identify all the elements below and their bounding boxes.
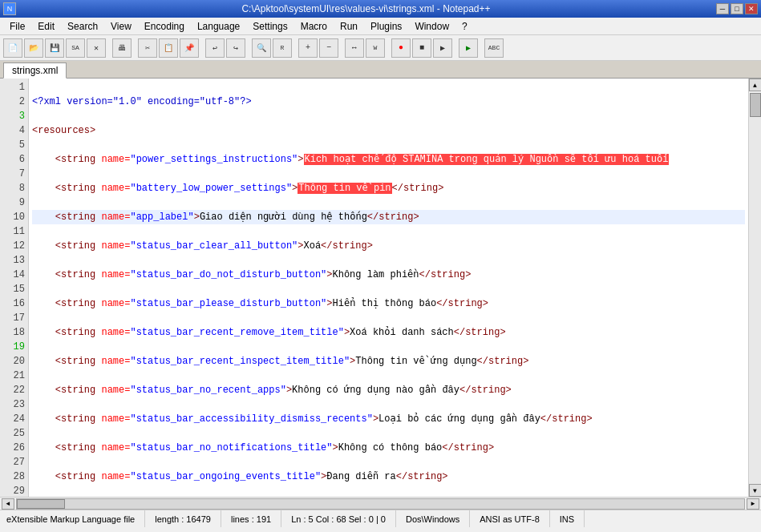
vertical-scrollbar[interactable]: ▲ ▼ xyxy=(748,79,761,497)
menu-help[interactable]: ? xyxy=(455,19,474,34)
code-line-2: <resources> xyxy=(32,123,745,138)
code-editor[interactable]: <?xml version="1.0" encoding="utf-8"?> <… xyxy=(29,79,748,497)
menu-view[interactable]: View xyxy=(104,19,138,34)
paste-button[interactable]: 📌 xyxy=(180,38,199,58)
code-line-5: <string name="app_label">Giao diện người… xyxy=(32,210,745,224)
toolbar: 📄 📂 💾 SA ✕ 🖶 ✂ 📋 📌 ↩ ↪ 🔍 R + − ⟷ W ● ■ ▶… xyxy=(0,35,761,61)
line-num: 4 xyxy=(3,123,25,138)
line-num: 19 xyxy=(3,340,25,354)
status-doswindows: Dos\Windows xyxy=(396,510,470,527)
line-num: 20 xyxy=(3,354,25,369)
menu-file[interactable]: File xyxy=(3,19,31,34)
menu-window[interactable]: Window xyxy=(408,19,455,34)
code-line-11: <string name="status_bar_no_recent_apps"… xyxy=(32,383,745,397)
window-title: C:\Apktool\systemUI\res\values-vi\string… xyxy=(16,3,716,14)
menu-run[interactable]: Run xyxy=(334,19,364,34)
line-num: 28 xyxy=(3,470,25,484)
close-button2[interactable]: ✕ xyxy=(87,38,106,58)
scroll-left-arrow[interactable]: ◄ xyxy=(2,498,14,510)
line-num: 21 xyxy=(3,369,25,383)
line-numbers: 1 2 3 4 5 6 7 8 9 10 11 12 13 14 15 16 1… xyxy=(0,79,29,497)
zoom-out-button[interactable]: − xyxy=(319,38,338,58)
line-num: 10 xyxy=(3,210,25,224)
run-button[interactable]: ▶ xyxy=(459,38,478,58)
code-line-14: <string name="status_bar_ongoing_events_… xyxy=(32,470,745,484)
scroll-track-horizontal xyxy=(16,498,745,510)
line-num: 27 xyxy=(3,455,25,470)
zoom-in-button[interactable]: + xyxy=(298,38,318,58)
menu-bar: File Edit Search View Encoding Language … xyxy=(0,18,761,35)
line-num: 2 xyxy=(3,95,25,109)
copy-button[interactable]: 📋 xyxy=(159,38,178,58)
tab-strings-xml[interactable]: strings.xml xyxy=(3,62,67,79)
print-button[interactable]: 🖶 xyxy=(112,38,132,58)
redo-button[interactable]: ↪ xyxy=(226,38,245,58)
line-num: 15 xyxy=(3,282,25,296)
line-num: 23 xyxy=(3,397,25,412)
menu-edit[interactable]: Edit xyxy=(31,19,61,34)
status-bar: eXtensible Markup Language file length :… xyxy=(0,510,761,527)
code-line-12: <string name="status_bar_accessibility_d… xyxy=(32,412,745,426)
macro-play-button[interactable]: ▶ xyxy=(433,38,452,58)
tab-bar: strings.xml xyxy=(0,61,761,79)
wrap-button[interactable]: W xyxy=(366,38,385,58)
line-num: 26 xyxy=(3,441,25,455)
status-mode: INS xyxy=(550,510,585,527)
status-length: length : 16479 xyxy=(145,510,221,527)
replace-button[interactable]: R xyxy=(273,38,292,58)
scroll-thumb-vertical[interactable] xyxy=(750,93,761,117)
maximize-button[interactable]: □ xyxy=(731,3,743,14)
line-num: 25 xyxy=(3,426,25,441)
status-filetype: eXtensible Markup Language file xyxy=(6,510,145,527)
undo-button[interactable]: ↩ xyxy=(205,38,225,58)
save-button[interactable]: 💾 xyxy=(45,38,64,58)
line-num: 11 xyxy=(3,224,25,239)
menu-language[interactable]: Language xyxy=(191,19,246,34)
code-line-10: <string name="status_bar_recent_inspect_… xyxy=(32,354,745,369)
find-button[interactable]: 🔍 xyxy=(252,38,271,58)
code-line-7: <string name="status_bar_do_not_disturb_… xyxy=(32,268,745,282)
scroll-down-arrow[interactable]: ▼ xyxy=(749,484,762,497)
line-num: 5 xyxy=(3,138,25,152)
status-position: Ln : 5 Col : 68 Sel : 0 | 0 xyxy=(281,510,396,527)
line-num: 8 xyxy=(3,181,25,195)
code-line-9: <string name="status_bar_recent_remove_i… xyxy=(32,325,745,340)
line-num: 6 xyxy=(3,152,25,167)
line-num: 7 xyxy=(3,167,25,181)
macro-rec-button[interactable]: ● xyxy=(391,38,411,58)
line-num: 16 xyxy=(3,296,25,311)
menu-macro[interactable]: Macro xyxy=(294,19,334,34)
code-line-13: <string name="status_bar_no_notification… xyxy=(32,441,745,455)
line-num: 17 xyxy=(3,311,25,325)
line-num: 22 xyxy=(3,383,25,397)
menu-search[interactable]: Search xyxy=(61,19,104,34)
new-button[interactable]: 📄 xyxy=(3,38,22,58)
close-button[interactable]: ✕ xyxy=(745,3,758,14)
abc-button[interactable]: ABC xyxy=(484,38,504,58)
code-line-8: <string name="status_bar_please_disturb_… xyxy=(32,296,745,311)
title-bar: N C:\Apktool\systemUI\res\values-vi\stri… xyxy=(0,0,761,18)
save-all-button[interactable]: SA xyxy=(66,38,85,58)
line-num: 3 xyxy=(3,109,25,123)
code-line-1: <?xml version="1.0" encoding="utf-8"?> xyxy=(32,95,745,109)
scroll-up-arrow[interactable]: ▲ xyxy=(749,79,762,91)
scroll-right-arrow[interactable]: ► xyxy=(747,498,759,510)
tab-label: strings.xml xyxy=(12,65,58,76)
editor-container: 1 2 3 4 5 6 7 8 9 10 11 12 13 14 15 16 1… xyxy=(0,79,761,497)
line-num: 18 xyxy=(3,325,25,340)
macro-stop-button[interactable]: ■ xyxy=(412,38,431,58)
menu-encoding[interactable]: Encoding xyxy=(138,19,191,34)
open-button[interactable]: 📂 xyxy=(24,38,43,58)
menu-plugins[interactable]: Plugins xyxy=(364,19,408,34)
scroll-thumb-horizontal[interactable] xyxy=(17,499,65,509)
minimize-button[interactable]: ─ xyxy=(716,3,729,14)
line-num: 13 xyxy=(3,253,25,268)
code-line-3: <string name="power_settings_instruction… xyxy=(32,152,745,167)
sync-button[interactable]: ⟷ xyxy=(345,38,364,58)
horizontal-scrollbar[interactable]: ◄ ► xyxy=(0,497,761,510)
line-num: 14 xyxy=(3,268,25,282)
code-line-4: <string name="battery_low_power_settings… xyxy=(32,181,745,195)
menu-settings[interactable]: Settings xyxy=(246,19,293,34)
cut-button[interactable]: ✂ xyxy=(138,38,157,58)
line-num: 24 xyxy=(3,412,25,426)
